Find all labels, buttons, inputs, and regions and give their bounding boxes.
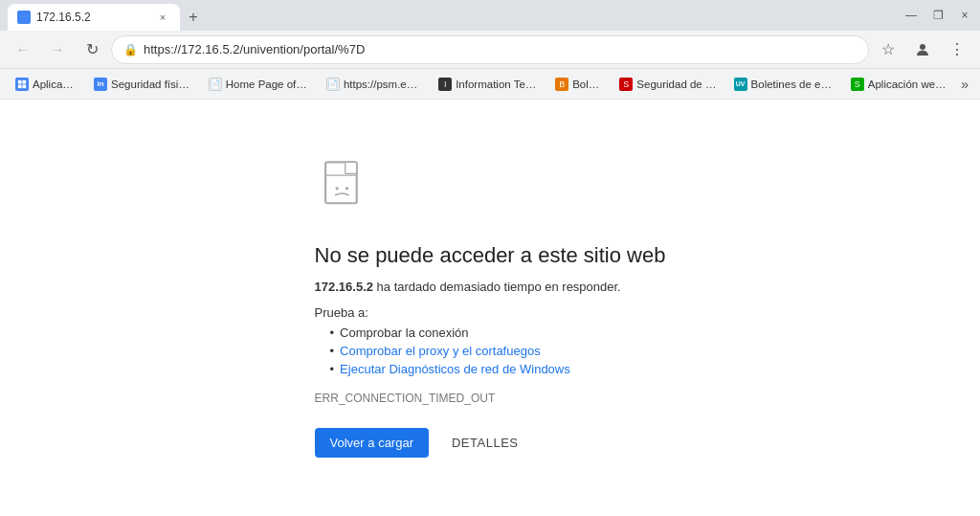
error-subtitle-rest: ha tardado demasiado tiempo en responder… bbox=[373, 280, 621, 294]
error-subtitle: 172.16.5.2 ha tardado demasiado tiempo e… bbox=[315, 280, 666, 294]
bookmark-favicon-8: UV bbox=[734, 78, 747, 91]
back-button[interactable]: ← bbox=[8, 34, 38, 65]
bookmark-label-3-display: Home Page of EU GI... bbox=[226, 79, 309, 90]
error-title: No se puede acceder a este sitio web bbox=[315, 243, 666, 268]
bookmark-favicon-1 bbox=[15, 78, 29, 91]
reload-button[interactable]: Volver a cargar bbox=[315, 428, 429, 458]
bookmark-information-tech[interactable]: I Information Technolo... bbox=[431, 75, 546, 94]
bookmark-favicon-9: S bbox=[851, 78, 864, 91]
bookmark-psm[interactable]: 📄 https://psm.econom... bbox=[319, 75, 429, 94]
error-icon bbox=[315, 159, 372, 216]
window-controls: — ❐ × bbox=[903, 8, 972, 23]
bookmark-aplicaciones[interactable]: Aplicaciones bbox=[8, 75, 84, 94]
bookmark-star-button[interactable]: ☆ bbox=[873, 34, 903, 65]
tab-close-button[interactable]: × bbox=[155, 10, 170, 25]
nav-icons: ☆ ⋮ bbox=[873, 34, 972, 65]
page-content: No se puede acceder a este sitio web 172… bbox=[0, 100, 980, 516]
tab-title: 172.16.5.2 bbox=[36, 11, 149, 24]
bookmark-label-2: Seguridad física y lo... bbox=[111, 79, 191, 90]
close-window-button[interactable]: × bbox=[957, 8, 972, 23]
bookmark-favicon-7: S bbox=[619, 78, 633, 91]
bookmark-eu-gi[interactable]: 📄 No se puede acceder a este sitio web H… bbox=[201, 75, 317, 94]
bookmark-label-5: Information Technolo... bbox=[456, 79, 538, 90]
error-steps-list: Comprobar la conexión Comprobar el proxy… bbox=[330, 325, 666, 376]
bookmark-boletines-uv[interactable]: UV Boletines de ejemplo... bbox=[726, 75, 841, 94]
active-tab[interactable]: 172.16.5.2 × bbox=[8, 4, 180, 31]
bookmark-seguridad-info[interactable]: S Seguridad de la Info... bbox=[612, 75, 724, 94]
error-step-3-text: Ejecutar Diagnósticos de red de Windows bbox=[340, 362, 570, 376]
error-try-label: Prueba a: bbox=[315, 305, 666, 320]
error-step-3[interactable]: Ejecutar Diagnósticos de red de Windows bbox=[330, 362, 666, 376]
bookmark-label-1: Aplicaciones bbox=[33, 79, 77, 90]
svg-rect-1 bbox=[18, 79, 22, 83]
error-ip: 172.16.5.2 bbox=[315, 280, 373, 294]
security-icon: 🔒 bbox=[123, 43, 138, 56]
new-tab-button[interactable]: + bbox=[180, 4, 207, 31]
bookmark-label-9: Aplicación web de S... bbox=[868, 79, 948, 90]
error-step-1: Comprobar la conexión bbox=[330, 325, 666, 340]
bookmark-boletin[interactable]: B Boletín... bbox=[547, 75, 610, 94]
svg-rect-2 bbox=[22, 79, 26, 83]
titlebar-left: 172.16.5.2 × + bbox=[8, 0, 207, 31]
svg-rect-7 bbox=[345, 162, 356, 173]
bookmark-label-4: https://psm.econom... bbox=[344, 79, 421, 90]
error-step-1-text: Comprobar la conexión bbox=[340, 325, 468, 340]
bookmark-label-6: Boletín... bbox=[572, 79, 602, 90]
bookmark-favicon-6: B bbox=[555, 78, 568, 91]
bookmark-label-8: Boletines de ejemplo... bbox=[751, 79, 834, 90]
error-step-2[interactable]: Comprobar el proxy y el cortafuegos bbox=[330, 344, 666, 358]
svg-point-0 bbox=[920, 44, 925, 50]
bookmark-favicon-5: I bbox=[438, 78, 452, 91]
error-actions: Volver a cargar DETALLES bbox=[315, 428, 666, 458]
bookmark-seguridad-fisica[interactable]: in Seguridad física y lo... bbox=[86, 75, 199, 94]
error-step-2-text: Comprobar el proxy y el cortafuegos bbox=[340, 344, 541, 358]
profile-button[interactable] bbox=[907, 34, 938, 65]
url-text: https://172.16.5.2/univention/portal/%7D bbox=[144, 42, 857, 56]
bookmark-label-7: Seguridad de la Info... bbox=[636, 79, 716, 90]
svg-rect-4 bbox=[22, 84, 26, 88]
svg-rect-3 bbox=[18, 84, 22, 88]
bookmarks-bar: Aplicaciones in Seguridad física y lo...… bbox=[0, 69, 980, 100]
bookmark-favicon-3: 📄 bbox=[209, 78, 222, 91]
error-code: ERR_CONNECTION_TIMED_OUT bbox=[315, 392, 666, 405]
forward-button[interactable]: → bbox=[42, 34, 73, 65]
menu-button[interactable]: ⋮ bbox=[942, 34, 972, 65]
details-link[interactable]: DETALLES bbox=[452, 436, 519, 450]
error-container: No se puede acceder a este sitio web 172… bbox=[296, 140, 685, 477]
restore-button[interactable]: ❐ bbox=[930, 8, 946, 23]
address-bar[interactable]: 🔒 https://172.16.5.2/univention/portal/%… bbox=[111, 35, 869, 64]
bookmark-favicon-4: 📄 bbox=[326, 78, 340, 91]
navbar: ← → ↻ 🔒 https://172.16.5.2/univention/po… bbox=[0, 31, 980, 69]
svg-point-8 bbox=[335, 187, 338, 190]
svg-point-9 bbox=[345, 187, 347, 190]
bookmarks-more-button[interactable]: » bbox=[958, 75, 973, 94]
bookmark-aplicacion-web[interactable]: S Aplicación web de S... bbox=[843, 75, 956, 94]
bookmark-favicon-2: in bbox=[94, 78, 107, 91]
tab-favicon bbox=[17, 11, 31, 24]
titlebar: 172.16.5.2 × + — ❐ × bbox=[0, 0, 980, 31]
reload-button[interactable]: ↻ bbox=[77, 34, 107, 65]
minimize-button[interactable]: — bbox=[903, 8, 919, 23]
